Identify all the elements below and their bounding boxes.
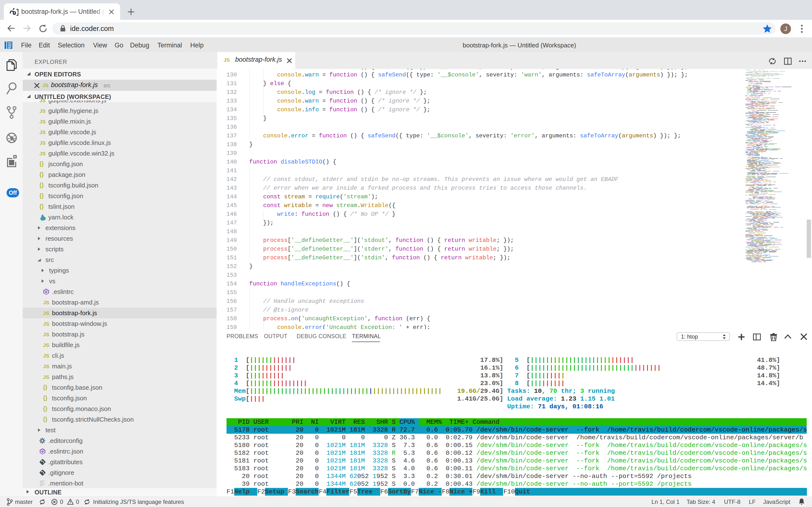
svg-text:}: }	[16, 8, 18, 16]
